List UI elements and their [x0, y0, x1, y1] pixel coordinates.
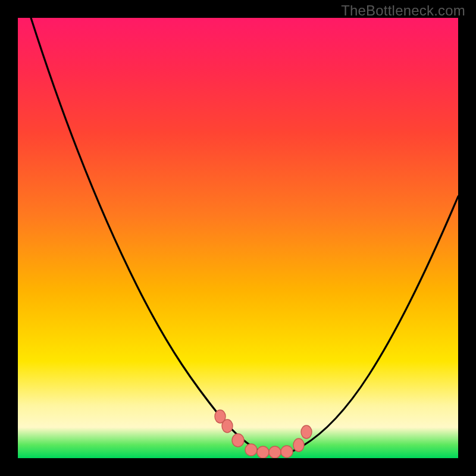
svg-point-1: [222, 419, 233, 433]
svg-point-8: [301, 425, 312, 439]
chart-svg: [18, 18, 458, 458]
svg-point-6: [281, 446, 293, 458]
chart-frame: TheBottleneck.com: [0, 0, 476, 476]
svg-point-7: [293, 439, 304, 452]
plot-area: [18, 18, 458, 458]
left-curve: [31, 18, 262, 452]
svg-point-5: [269, 446, 281, 458]
svg-point-2: [232, 434, 244, 447]
watermark-text: TheBottleneck.com: [341, 2, 465, 19]
svg-point-3: [245, 444, 257, 456]
right-curve: [290, 196, 458, 452]
svg-point-4: [257, 446, 269, 458]
valley-markers: [215, 410, 312, 458]
